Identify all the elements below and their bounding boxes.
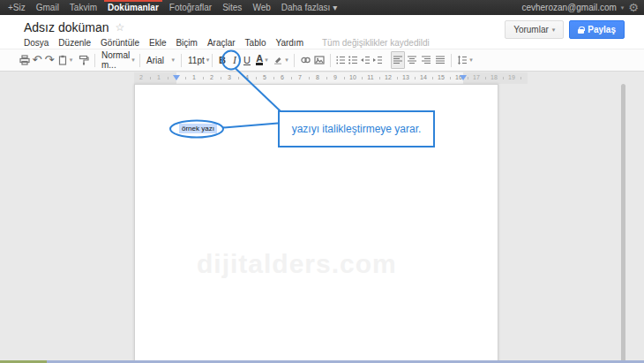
- selected-document-text[interactable]: örnek yazı: [179, 124, 217, 133]
- font-select-value: Arial: [146, 56, 164, 65]
- menu-0[interactable]: Dosya: [24, 38, 49, 48]
- ruler-tick: [309, 77, 310, 79]
- topbar-item-7[interactable]: Daha fazlası ▾: [276, 0, 342, 15]
- comments-button[interactable]: Yorumlar ▾: [505, 20, 564, 39]
- font-size-value: 11pt: [188, 56, 205, 65]
- ruler-number: 13: [402, 74, 409, 80]
- title-row: Adsız doküman ☆: [24, 20, 124, 34]
- menu-5[interactable]: Araçlar: [207, 38, 236, 48]
- ruler-number: 15: [438, 74, 445, 80]
- ruler-tick: [291, 77, 292, 79]
- account-email[interactable]: cevherozan@gmail.com: [521, 3, 616, 12]
- ruler-tick: [150, 77, 151, 79]
- ruler-tick: [520, 77, 521, 79]
- link-icon: [300, 55, 311, 65]
- line-spacing-dropdown-arrow-icon: ▾: [469, 57, 473, 64]
- ruler-tick: [379, 77, 380, 79]
- menu-3[interactable]: Ekle: [149, 38, 166, 48]
- increase-indent-icon: [372, 55, 383, 65]
- menu-7[interactable]: Yardım: [275, 38, 303, 48]
- topbar-item-5[interactable]: Sites: [217, 0, 247, 15]
- star-icon[interactable]: ☆: [116, 21, 125, 34]
- decrease-indent-button[interactable]: [359, 51, 371, 69]
- ruler-number: 4: [245, 74, 249, 80]
- ruler-tick: [362, 77, 363, 79]
- styles-select[interactable]: Normal m... ▾: [99, 51, 136, 69]
- font-size-select[interactable]: 11pt ▾: [185, 51, 208, 69]
- topbar-item-4[interactable]: Fotoğraflar: [164, 0, 217, 15]
- justify-icon: [435, 55, 446, 65]
- topbar-item-2[interactable]: Takvim: [64, 0, 102, 15]
- ruler-number: 9: [333, 74, 337, 80]
- gear-icon[interactable]: ⚙: [628, 0, 639, 15]
- font-select[interactable]: Arial ▾: [144, 51, 177, 69]
- menu-6[interactable]: Tablo: [245, 38, 266, 48]
- styles-select-value: Normal m...: [101, 50, 130, 70]
- paint-format-button[interactable]: [77, 51, 91, 69]
- account-dropdown-arrow-icon[interactable]: ▾: [621, 4, 625, 11]
- align-left-button[interactable]: [391, 51, 405, 69]
- align-center-button[interactable]: [405, 51, 419, 69]
- topbar-item-3[interactable]: Dokümanlar: [102, 0, 164, 15]
- ruler-number: 10: [349, 74, 356, 80]
- bulleted-list-button[interactable]: [347, 51, 359, 69]
- ruler-number: 18: [490, 74, 498, 80]
- text-color-button[interactable]: A ▾: [253, 51, 271, 69]
- paint-roller-icon: [79, 55, 89, 65]
- insert-image-button[interactable]: [312, 51, 326, 69]
- justify-button[interactable]: [433, 51, 447, 69]
- share-button-label: Paylaş: [588, 25, 616, 34]
- vertical-scrollbar[interactable]: [621, 84, 625, 363]
- ruler-number: 6: [281, 74, 284, 80]
- menu-1[interactable]: Düzenle: [58, 38, 91, 48]
- ruler-tick: [432, 77, 433, 79]
- redo-button[interactable]: ↷: [43, 51, 56, 69]
- header-buttons: Yorumlar ▾ Paylaş: [505, 20, 625, 39]
- line-spacing-button[interactable]: ▾: [455, 51, 475, 69]
- document-title[interactable]: Adsız doküman: [24, 20, 109, 34]
- google-services-nav: +SizGmailTakvimDokümanlarFotoğraflarSite…: [0, 0, 342, 15]
- align-right-button[interactable]: [419, 51, 433, 69]
- document-canvas: 2112345678910111213141516171819 örnek ya…: [0, 72, 644, 363]
- highlight-color-button[interactable]: ▾: [271, 51, 290, 69]
- print-icon: [19, 55, 30, 65]
- ruler-tick: [168, 77, 168, 79]
- align-center-icon: [407, 55, 417, 65]
- print-button[interactable]: [19, 51, 31, 69]
- underline-button[interactable]: U: [241, 51, 253, 69]
- ruler-number: 7: [298, 74, 302, 80]
- increase-indent-button[interactable]: [371, 51, 384, 69]
- insert-link-button[interactable]: [298, 51, 312, 69]
- text-color-dropdown-arrow-icon: ▾: [265, 57, 268, 64]
- italic-button[interactable]: I: [228, 51, 241, 69]
- topbar-item-6[interactable]: Web: [247, 0, 275, 15]
- styles-dropdown-arrow-icon: ▾: [131, 57, 135, 64]
- right-indent-marker[interactable]: [460, 75, 467, 80]
- ruler: 2112345678910111213141516171819: [134, 72, 528, 84]
- numbered-list-button[interactable]: [334, 51, 347, 69]
- share-button[interactable]: Paylaş: [569, 20, 625, 39]
- ruler-tick: [503, 77, 504, 79]
- font-size-dropdown-arrow-icon: ▾: [206, 57, 210, 64]
- toolbar-separator: [181, 54, 182, 67]
- ruler-number: 19: [508, 74, 515, 80]
- ruler-tick: [238, 77, 239, 79]
- ruler-tick: [344, 77, 345, 79]
- menu-4[interactable]: Biçim: [176, 38, 197, 48]
- toolbar-separator: [294, 54, 295, 67]
- ruler-tick: [468, 77, 468, 79]
- bold-button[interactable]: B: [216, 51, 228, 69]
- document-page[interactable]: örnek yazı yazıyı italikleştirmeye yarar…: [134, 84, 498, 363]
- save-status: Tüm değişiklikler kaydedildi: [322, 38, 430, 48]
- undo-button[interactable]: ↶: [31, 51, 43, 69]
- topbar-item-0[interactable]: +Siz: [3, 0, 31, 15]
- numbered-list-icon: [335, 55, 346, 65]
- topbar-item-1[interactable]: Gmail: [31, 0, 64, 15]
- left-indent-marker[interactable]: [173, 75, 180, 80]
- google-docs-window: +SizGmailTakvimDokümanlarFotoğraflarSite…: [0, 0, 644, 363]
- web-clipboard-button[interactable]: ▾: [56, 51, 74, 69]
- ruler-tick: [485, 77, 486, 79]
- lock-icon: [578, 29, 584, 34]
- text-color-label: A: [256, 55, 263, 65]
- menu-2[interactable]: Görüntüle: [101, 38, 139, 48]
